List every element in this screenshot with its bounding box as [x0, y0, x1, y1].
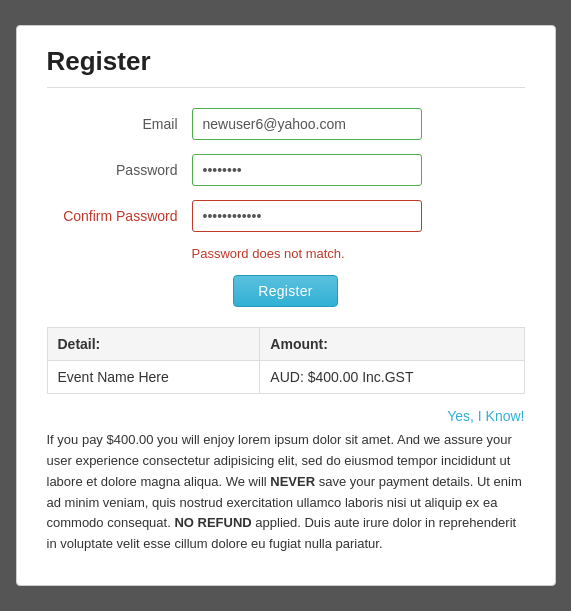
password-label: Password: [47, 162, 192, 178]
confirm-password-label: Confirm Password: [47, 208, 192, 224]
error-message: Password does not match.: [192, 246, 345, 261]
col2-header: Amount:: [260, 328, 524, 361]
col1-header: Detail:: [47, 328, 260, 361]
register-button[interactable]: Register: [233, 275, 338, 307]
table-header-row: Detail: Amount:: [47, 328, 524, 361]
email-label: Email: [47, 116, 192, 132]
confirm-password-input[interactable]: [192, 200, 422, 232]
title-divider: [47, 87, 525, 88]
register-form: Email Password Confirm Password Password…: [47, 108, 525, 307]
email-row: Email: [47, 108, 525, 140]
detail-table: Detail: Amount: Event Name Here AUD: $40…: [47, 327, 525, 394]
error-message-row: Password does not match.: [47, 246, 525, 261]
password-input[interactable]: [192, 154, 422, 186]
password-row: Password: [47, 154, 525, 186]
no-refund-text: NO REFUND: [174, 515, 251, 530]
amount-cell: AUD: $400.00 Inc.GST: [260, 361, 524, 394]
email-input[interactable]: [192, 108, 422, 140]
page-title: Register: [47, 46, 525, 77]
confirm-password-row: Confirm Password: [47, 200, 525, 232]
register-container: Register Email Password Confirm Password…: [16, 25, 556, 586]
error-spacer: [47, 246, 192, 261]
info-paragraph: If you pay $400.00 you will enjoy lorem …: [47, 430, 525, 555]
yes-i-know-row: Yes, I Know!: [47, 408, 525, 424]
never-text: NEVER: [270, 474, 315, 489]
button-row: Register: [47, 275, 525, 307]
detail-cell: Event Name Here: [47, 361, 260, 394]
table-row: Event Name Here AUD: $400.00 Inc.GST: [47, 361, 524, 394]
yes-i-know-link[interactable]: Yes, I Know!: [447, 408, 524, 424]
